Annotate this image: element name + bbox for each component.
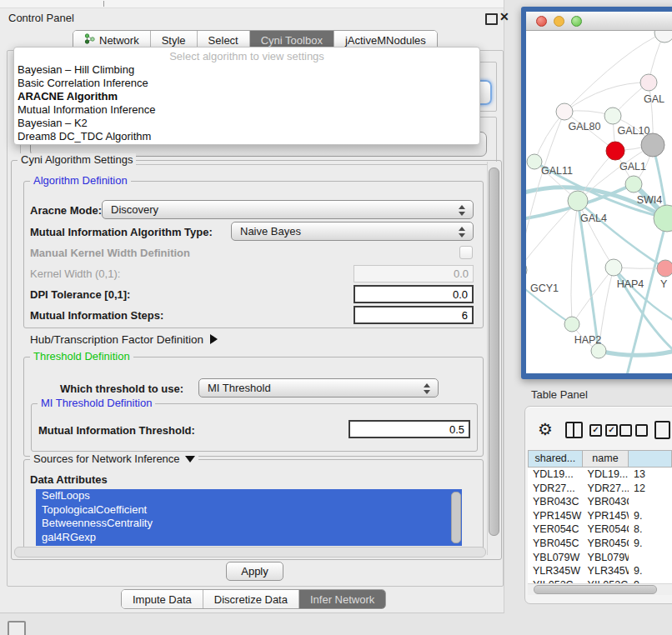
table-cell[interactable]: YER054C xyxy=(528,522,583,537)
which-threshold-select[interactable]: MI Threshold xyxy=(198,378,439,398)
network-node-hap4[interactable] xyxy=(605,259,622,276)
data-attribute-item[interactable]: gal4RGexp xyxy=(36,531,462,545)
close-window-icon[interactable] xyxy=(536,16,547,27)
checked-box-icon: ✓ xyxy=(589,424,602,437)
table-cell[interactable]: 12 xyxy=(629,482,672,496)
table-cell[interactable]: YDL19... xyxy=(583,468,629,482)
table-cell[interactable]: YBR045C xyxy=(583,537,629,551)
table-cell[interactable]: YBR043C xyxy=(528,495,583,509)
table-cell[interactable]: YDR27... xyxy=(528,482,583,496)
dpi-tolerance-field[interactable] xyxy=(354,285,474,303)
tab-infer-network[interactable]: Infer Network xyxy=(299,590,385,608)
sources-legend[interactable]: Sources for Network Inference xyxy=(30,452,198,465)
table-cell[interactable] xyxy=(629,551,672,565)
table-cell[interactable]: YER054C xyxy=(583,522,629,537)
table-cell[interactable]: YDL19... xyxy=(528,468,583,482)
table-cell[interactable]: YBR045C xyxy=(528,537,583,551)
maximize-window-icon[interactable] xyxy=(571,16,582,27)
apply-button[interactable]: Apply xyxy=(226,562,283,581)
table-cell[interactable]: YBR043C xyxy=(583,495,629,509)
table-cell[interactable]: 9. xyxy=(629,564,672,578)
tab-impute-data[interactable]: Impute Data xyxy=(122,590,203,608)
settings-hscrollbar[interactable] xyxy=(14,547,486,558)
split-columns-icon[interactable] xyxy=(565,422,583,438)
settings-scrollbar-thumb[interactable] xyxy=(489,168,499,536)
column-header[interactable] xyxy=(629,450,672,468)
algorithm-option[interactable]: Dream8 DC_TDC Algorithm xyxy=(14,130,479,143)
algorithm-option[interactable]: Bayesian – Hill Climbing xyxy=(14,63,479,77)
network-node[interactable] xyxy=(654,31,672,42)
unchecked-box-icon xyxy=(619,424,632,437)
control-panel-title: Control Panel xyxy=(8,12,74,24)
select-all-checkboxes-icon[interactable]: ✓✓ xyxy=(589,424,618,437)
hub-definition-toggle[interactable]: Hub/Transcription Factor Definition xyxy=(30,333,218,346)
tab-discretize-data[interactable]: Discretize Data xyxy=(203,590,299,608)
mi-threshold-field[interactable] xyxy=(349,420,470,438)
table-row: YBR043CYBR043C xyxy=(528,495,672,509)
table-cell[interactable]: YPR145W xyxy=(528,509,583,523)
column-header[interactable]: name xyxy=(583,450,629,468)
table-row: YER054CYER054C8. xyxy=(528,522,672,537)
network-edge[interactable] xyxy=(564,82,649,112)
combo-stepper-icon xyxy=(459,205,465,216)
network-node-gal[interactable] xyxy=(640,74,657,91)
algorithm-option[interactable]: ARACNE Algorithm xyxy=(14,90,479,103)
network-edge[interactable] xyxy=(571,201,578,324)
network-node-y[interactable] xyxy=(657,260,672,277)
network-canvas[interactable]: GALGAL80GAL10GAL1GAL11GAL4SWI4HAP4YHAP2G… xyxy=(526,31,672,373)
attributes-scrollbar-thumb[interactable] xyxy=(451,492,461,543)
table-cell[interactable]: 13 xyxy=(629,468,672,482)
kernel-width-field[interactable] xyxy=(354,265,474,282)
minimize-window-icon[interactable] xyxy=(554,16,564,27)
table-cell[interactable]: 9. xyxy=(629,509,672,523)
table-hscrollbar-thumb[interactable] xyxy=(534,585,657,594)
table-cell[interactable]: YBL079W xyxy=(528,551,583,565)
network-node-gal4[interactable] xyxy=(568,191,588,211)
table-cell[interactable]: 9. xyxy=(629,537,672,551)
network-node-hap2[interactable] xyxy=(564,317,579,332)
table-cell[interactable]: YPR145W xyxy=(583,509,629,523)
gear-icon[interactable]: ⚙ xyxy=(538,419,553,439)
table-row: YPR145WYPR145W9. xyxy=(528,509,672,523)
network-edge[interactable] xyxy=(599,348,672,355)
network-window-titlebar[interactable] xyxy=(526,12,672,31)
data-attribute-item[interactable]: BetweennessCentrality xyxy=(36,517,462,531)
data-attribute-item[interactable]: TopologicalCoefficient xyxy=(36,503,462,518)
column-header[interactable]: shared... xyxy=(528,450,583,468)
algorithm-option-list: Bayesian – Hill ClimbingBasic Correlatio… xyxy=(14,63,479,143)
network-node-gal11[interactable] xyxy=(527,154,542,169)
network-edge[interactable] xyxy=(627,218,667,373)
table-cell[interactable]: YDR27... xyxy=(583,482,629,496)
table-cell[interactable]: 8. xyxy=(629,522,672,537)
export-table-icon[interactable] xyxy=(654,421,670,439)
float-window-button[interactable] xyxy=(485,13,498,25)
network-view-window: GALGAL80GAL10GAL1GAL11GAL4SWI4HAP4YHAP2G… xyxy=(521,7,672,379)
mi-steps-field[interactable] xyxy=(354,306,474,324)
table-cell[interactable]: YBL079W xyxy=(583,551,629,565)
network-node[interactable] xyxy=(641,133,664,157)
aracne-mode-select[interactable]: Discovery xyxy=(102,200,474,219)
algorithm-option[interactable]: Bayesian – K2 xyxy=(14,117,479,130)
close-panel-icon[interactable]: ✕ xyxy=(499,10,509,23)
popup-placeholder: Select algorithm to view settings xyxy=(14,50,479,63)
mi-algorithm-type-value: Naive Bayes xyxy=(240,225,301,238)
network-node-gal80[interactable] xyxy=(556,103,573,120)
network-node-gal10[interactable] xyxy=(604,108,621,124)
dock-panel-icon[interactable] xyxy=(8,621,26,635)
mi-algorithm-type-select[interactable]: Naive Bayes xyxy=(231,222,474,241)
network-node[interactable] xyxy=(606,142,624,160)
table-cell[interactable]: YLR345W xyxy=(528,564,583,578)
data-attributes-label: Data Attributes xyxy=(30,473,108,486)
data-attribute-item[interactable]: SelfLoops xyxy=(36,489,462,503)
algorithm-option[interactable]: Mutual Information Inference xyxy=(14,103,479,117)
table-cell[interactable]: YLR345W xyxy=(583,564,629,578)
manual-kernel-width-checkbox[interactable] xyxy=(459,246,473,259)
algorithm-option[interactable]: Basic Correlation Inference xyxy=(14,77,479,90)
network-node-gal1[interactable] xyxy=(625,176,642,192)
data-attributes-list[interactable]: SelfLoopsTopologicalCoefficientBetweenne… xyxy=(36,489,462,546)
network-node-gcy1[interactable] xyxy=(526,260,527,280)
deselect-all-checkboxes-icon[interactable] xyxy=(619,424,648,437)
hub-definition-label: Hub/Transcription Factor Definition xyxy=(30,333,203,346)
table-cell[interactable] xyxy=(629,495,672,509)
node-label: GAL11 xyxy=(541,165,573,177)
